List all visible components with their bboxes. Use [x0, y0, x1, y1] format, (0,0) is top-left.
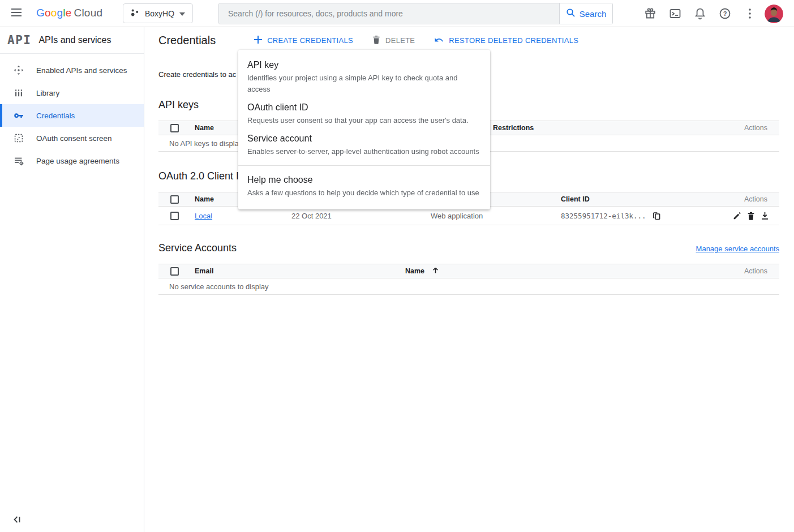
select-all-checkbox[interactable] — [170, 124, 179, 132]
library-icon — [14, 88, 24, 98]
row-checkbox[interactable] — [170, 212, 179, 220]
project-icon — [130, 8, 140, 19]
column-header-actions: Actions — [717, 267, 779, 275]
google-cloud-logo[interactable]: GoogleCloud — [36, 7, 102, 19]
chevron-down-icon — [179, 9, 185, 18]
client-id-value: 83255951712-eil3k... — [561, 212, 646, 220]
cloud-shell-icon[interactable] — [663, 0, 688, 27]
menu-item-description: Identifies your project using a simple A… — [247, 72, 481, 95]
menu-item-description: Enables server-to-server, app-level auth… — [247, 146, 481, 157]
create-credentials-button[interactable]: CREATE CREDENTIALS — [250, 32, 358, 49]
search-input[interactable] — [219, 3, 559, 24]
sidebar-item-credentials[interactable]: Credentials — [0, 104, 144, 127]
restore-deleted-credentials-button[interactable]: RESTORE DELETED CREDENTIALS — [430, 32, 583, 49]
sidebar-nav: Enabled APIs and services Library Creden… — [0, 54, 144, 172]
menu-item-oauth-client-id[interactable]: OAuth client ID Requests user consent so… — [238, 98, 490, 129]
project-selector[interactable]: BoxyHQ — [123, 3, 193, 23]
logo-letter: G — [36, 7, 45, 19]
menu-item-api-key[interactable]: API key Identifies your project using a … — [238, 55, 490, 98]
sidebar-item-page-usage[interactable]: Page usage agreements — [0, 149, 144, 172]
logo-letter: o — [45, 7, 51, 19]
edit-icon[interactable] — [732, 211, 743, 221]
column-header-restrictions: Restrictions — [493, 124, 717, 132]
top-app-bar: GoogleCloud BoxyHQ Search ? — [0, 0, 794, 27]
logo-letter: o — [51, 7, 57, 19]
sidebar-item-enabled-apis[interactable]: Enabled APIs and services — [0, 59, 144, 81]
select-all-checkbox[interactable] — [170, 195, 179, 204]
menu-item-title: Service account — [247, 132, 481, 145]
delete-label: DELETE — [385, 36, 415, 45]
download-icon[interactable] — [759, 211, 770, 221]
page-usage-icon — [14, 156, 24, 166]
help-icon[interactable]: ? — [713, 0, 737, 27]
notifications-icon[interactable] — [688, 0, 713, 27]
sidebar-item-library[interactable]: Library — [0, 81, 144, 104]
sort-asc-icon — [432, 267, 439, 276]
sidebar-header: API APIs and services — [0, 27, 144, 54]
column-header-actions: Actions — [717, 124, 779, 132]
sidebar: API APIs and services Enabled APIs and s… — [0, 27, 144, 532]
sidebar-item-label: Page usage agreements — [36, 157, 119, 165]
svg-text:?: ? — [723, 10, 727, 17]
search-button[interactable]: Search — [559, 3, 612, 24]
sidebar-title: APIs and services — [38, 35, 111, 45]
logo-cloud-text: Cloud — [74, 7, 103, 19]
sort-by-name[interactable]: Name — [405, 267, 439, 276]
search-icon — [566, 8, 576, 19]
sidebar-item-label: Credentials — [36, 111, 75, 120]
service-accounts-table: Email Name Actions No service accounts t… — [158, 264, 779, 295]
restore-label: RESTORE DELETED CREDENTIALS — [449, 36, 578, 45]
project-name: BoxyHQ — [145, 9, 174, 18]
column-header-actions: Actions — [717, 195, 779, 203]
menu-item-title: API key — [247, 58, 481, 72]
sidebar-item-label: Library — [36, 89, 59, 97]
sidebar-item-oauth-consent[interactable]: OAuth consent screen — [0, 127, 144, 149]
create-credentials-label: CREATE CREDENTIALS — [267, 36, 353, 45]
undo-icon — [434, 36, 444, 45]
copy-icon[interactable] — [651, 211, 662, 221]
column-header-client-id: Client ID — [561, 195, 717, 203]
manage-service-accounts-link[interactable]: Manage service accounts — [696, 244, 779, 253]
gift-icon[interactable] — [638, 0, 663, 27]
more-vert-icon[interactable] — [737, 0, 762, 27]
enabled-apis-icon — [14, 65, 24, 75]
logo-letter: e — [66, 7, 72, 19]
topbar-actions: ? — [638, 0, 785, 27]
service-accounts-table-header: Email Name Actions — [158, 264, 779, 278]
search-bar: Search — [218, 3, 613, 24]
oauth-consent-icon — [14, 133, 24, 143]
delete-button[interactable]: DELETE — [368, 32, 419, 49]
menu-item-service-account[interactable]: Service account Enables server-to-server… — [238, 129, 490, 160]
row-actions — [717, 211, 779, 221]
logo-letter: g — [57, 7, 63, 19]
oauth-client-link[interactable]: Local — [195, 212, 212, 220]
create-credentials-menu: API key Identifies your project using a … — [238, 50, 490, 209]
creation-date-cell: 22 Oct 2021 — [291, 212, 431, 220]
sidebar-item-label: Enabled APIs and services — [36, 66, 127, 75]
search-button-label: Search — [580, 9, 607, 19]
menu-item-help-me-choose[interactable]: Help me choose Asks a few questions to h… — [238, 170, 490, 201]
column-header-name: Name — [405, 267, 424, 275]
type-cell: Web application — [431, 212, 561, 220]
menu-item-description: Requests user consent so that your app c… — [247, 115, 481, 126]
column-header-email: Email — [195, 267, 405, 275]
menu-item-title: Help me choose — [247, 173, 481, 187]
select-all-checkbox[interactable] — [170, 267, 179, 276]
plus-icon — [254, 36, 262, 45]
avatar[interactable] — [762, 0, 785, 27]
key-icon — [14, 110, 24, 121]
menu-divider — [238, 165, 490, 166]
collapse-sidebar-icon[interactable] — [12, 516, 22, 525]
service-accounts-empty-state: No service accounts to display — [158, 278, 779, 295]
menu-item-title: OAuth client ID — [247, 101, 481, 114]
trash-icon — [372, 35, 380, 46]
menu-item-description: Asks a few questions to help you decide … — [247, 187, 481, 199]
sidebar-item-label: OAuth consent screen — [36, 134, 112, 143]
api-product-logo: API — [7, 33, 31, 47]
page-title: Credentials — [158, 34, 216, 47]
menu-icon[interactable] — [11, 8, 22, 18]
service-accounts-heading: Service Accounts — [158, 242, 237, 254]
delete-icon[interactable] — [746, 211, 756, 221]
